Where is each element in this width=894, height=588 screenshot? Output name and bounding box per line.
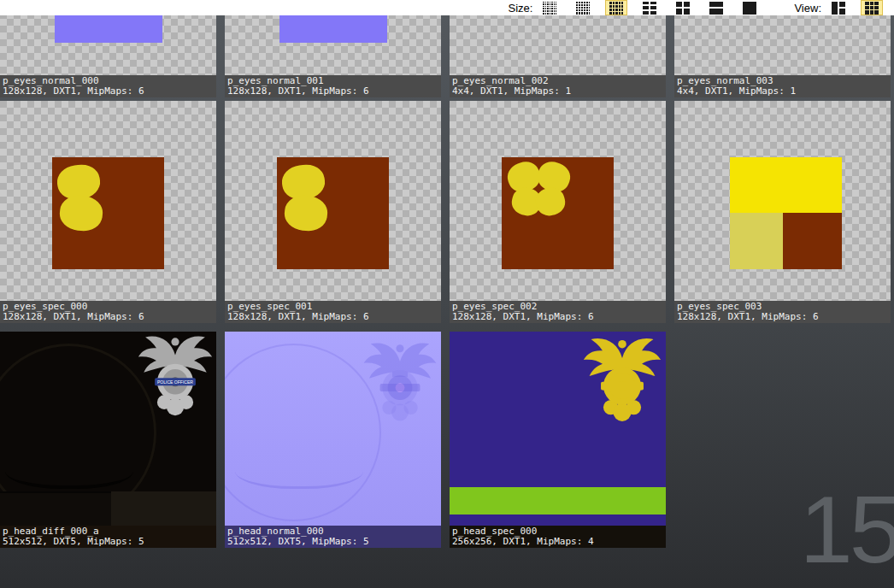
texture-preview bbox=[0, 15, 216, 75]
view-label: View: bbox=[794, 2, 821, 15]
mouth-curve bbox=[5, 450, 133, 489]
size-grid-small-icon bbox=[576, 2, 590, 15]
police-badge-embossed-icon bbox=[362, 338, 438, 423]
normal-map-swatch bbox=[279, 15, 387, 43]
spec-map-swatch bbox=[52, 157, 164, 269]
spec-yellow-region bbox=[730, 157, 842, 213]
size-grid-large-button[interactable] bbox=[672, 0, 694, 15]
texture-preview bbox=[225, 101, 441, 301]
tile-p-eyes-normal-001[interactable]: p_eyes_normal_001 128x128, DXT1, MipMaps… bbox=[225, 15, 441, 97]
texture-label: p_eyes_normal_000 128x128, DXT1, MipMaps… bbox=[0, 75, 216, 97]
dark-band bbox=[111, 491, 216, 526]
texture-preview bbox=[225, 332, 441, 548]
texture-label: p_eyes_normal_003 4x4, DXT1, MipMaps: 1 bbox=[674, 75, 891, 97]
tile-p-eyes-spec-001[interactable]: p_eyes_spec_001 128x128, DXT1, MipMaps: … bbox=[225, 101, 441, 323]
tile-p-eyes-spec-002[interactable]: p_eyes_spec_002 128x128, DXT1, MipMaps: … bbox=[450, 101, 666, 323]
police-badge-icon bbox=[136, 332, 215, 418]
tile-p-eyes-normal-002[interactable]: p_eyes_normal_002 4x4, DXT1, MipMaps: 1 bbox=[450, 15, 666, 97]
texture-preview bbox=[225, 15, 441, 75]
spec-muted-yellow-region bbox=[730, 213, 783, 269]
texture-info: 512x512, DXT5, MipMaps: 5 bbox=[227, 537, 441, 547]
texture-info: 4x4, DXT1, MipMaps: 1 bbox=[452, 86, 666, 97]
view-details-icon bbox=[832, 2, 845, 15]
texture-row-eyes-normal: p_eyes_normal_000 128x128, DXT1, MipMaps… bbox=[0, 15, 891, 97]
tile-p-head-diff-000-a[interactable]: p_head_diff_000_a 512x512, DXT5, MipMaps… bbox=[0, 332, 216, 548]
normal-map-swatch bbox=[55, 15, 162, 43]
texture-preview bbox=[0, 332, 216, 548]
view-details-button[interactable] bbox=[827, 0, 850, 15]
texture-row-eyes-spec: p_eyes_spec_000 128x128, DXT1, MipMaps: … bbox=[0, 101, 891, 323]
tile-p-head-spec-000[interactable]: p_head_spec_000 256x256, DXT1, MipMaps: … bbox=[450, 332, 666, 548]
size-label: Size: bbox=[509, 2, 533, 15]
size-grid-large-icon bbox=[676, 2, 690, 15]
size-single-icon bbox=[743, 2, 756, 15]
texture-preview bbox=[450, 332, 666, 548]
texture-preview bbox=[450, 15, 666, 75]
texture-info: 128x128, DXT1, MipMaps: 6 bbox=[227, 86, 441, 97]
texture-preview bbox=[674, 15, 891, 75]
size-grid-medium-button[interactable] bbox=[605, 0, 627, 15]
dark-band bbox=[0, 491, 111, 526]
texture-browser[interactable]: 15 p_eyes_normal_000 128x128, DXT1, MipM… bbox=[0, 15, 894, 588]
spec-map-swatch bbox=[730, 157, 842, 269]
face-circle-outline bbox=[225, 344, 381, 521]
view-thumbnails-button[interactable] bbox=[861, 0, 883, 15]
texture-row-head: p_head_diff_000_a 512x512, DXT5, MipMaps… bbox=[0, 332, 891, 548]
size-rows-icon bbox=[709, 2, 723, 15]
view-thumbnails-icon bbox=[865, 2, 879, 15]
tile-p-head-normal-000[interactable]: p_head_normal_000 512x512, DXT5, MipMaps… bbox=[225, 332, 441, 548]
tile-p-eyes-spec-003[interactable]: p_eyes_spec_003 128x128, DXT1, MipMaps: … bbox=[674, 101, 891, 323]
texture-info: 128x128, DXT1, MipMaps: 6 bbox=[677, 312, 891, 322]
size-grid-medium-icon bbox=[609, 2, 623, 15]
texture-info: 128x128, DXT1, MipMaps: 6 bbox=[3, 312, 216, 322]
texture-label: p_head_spec_000 256x256, DXT1, MipMaps: … bbox=[450, 526, 666, 548]
size-grid-small-button[interactable] bbox=[572, 0, 594, 15]
mouth-curve bbox=[235, 450, 363, 489]
texture-info: 512x512, DXT5, MipMaps: 5 bbox=[3, 537, 216, 547]
texture-info: 256x256, DXT1, MipMaps: 4 bbox=[452, 537, 666, 547]
tile-p-eyes-spec-000[interactable]: p_eyes_spec_000 128x128, DXT1, MipMaps: … bbox=[0, 101, 216, 323]
tile-p-eyes-normal-003[interactable]: p_eyes_normal_003 4x4, DXT1, MipMaps: 1 bbox=[674, 15, 891, 97]
texture-preview bbox=[0, 101, 216, 301]
size-list-2col-icon bbox=[643, 2, 656, 15]
police-badge-silhouette-icon bbox=[581, 333, 663, 424]
size-grid-tiny-button[interactable] bbox=[538, 0, 561, 15]
texture-label: p_head_diff_000_a 512x512, DXT5, MipMaps… bbox=[0, 526, 216, 548]
spec-map-swatch bbox=[277, 157, 389, 269]
texture-label: p_eyes_spec_000 128x128, DXT1, MipMaps: … bbox=[0, 301, 216, 323]
size-grid-tiny-icon bbox=[543, 2, 556, 15]
texture-label: p_eyes_spec_002 128x128, DXT1, MipMaps: … bbox=[450, 301, 666, 323]
tile-p-eyes-normal-000[interactable]: p_eyes_normal_000 128x128, DXT1, MipMaps… bbox=[0, 15, 216, 97]
texture-label: p_eyes_spec_003 128x128, DXT1, MipMaps: … bbox=[674, 301, 891, 323]
texture-info: 128x128, DXT1, MipMaps: 6 bbox=[452, 312, 666, 322]
texture-info: 128x128, DXT1, MipMaps: 6 bbox=[227, 312, 441, 322]
texture-info: 4x4, DXT1, MipMaps: 1 bbox=[677, 86, 891, 97]
texture-info: 128x128, DXT1, MipMaps: 6 bbox=[3, 86, 216, 97]
size-rows-button[interactable] bbox=[705, 0, 727, 15]
texture-preview bbox=[674, 101, 891, 301]
texture-grid: p_eyes_normal_000 128x128, DXT1, MipMaps… bbox=[0, 15, 891, 548]
texture-label: p_eyes_spec_001 128x128, DXT1, MipMaps: … bbox=[225, 301, 441, 323]
size-list-2col-button[interactable] bbox=[638, 0, 661, 15]
texture-label: p_head_normal_000 512x512, DXT5, MipMaps… bbox=[225, 526, 441, 548]
spec-map-swatch bbox=[502, 157, 614, 269]
texture-label: p_eyes_normal_001 128x128, DXT1, MipMaps… bbox=[225, 75, 441, 97]
texture-preview bbox=[450, 101, 666, 301]
thumbnail-toolbar: Size: View: bbox=[0, 0, 894, 15]
size-single-button[interactable] bbox=[738, 0, 761, 15]
texture-label: p_eyes_normal_002 4x4, DXT1, MipMaps: 1 bbox=[450, 75, 666, 97]
green-spec-strip bbox=[450, 487, 666, 514]
